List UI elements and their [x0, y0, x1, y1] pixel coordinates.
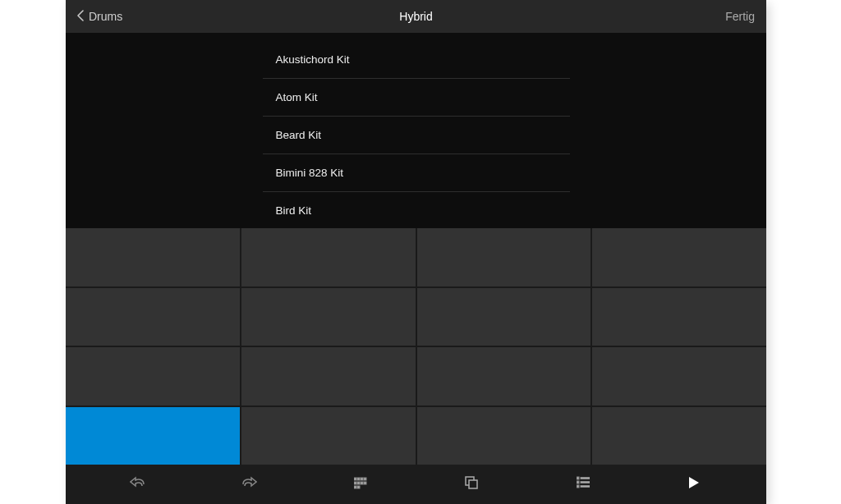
back-label: Drums — [89, 10, 122, 23]
pad-grid — [66, 228, 766, 465]
drum-pad[interactable] — [592, 347, 766, 405]
svg-rect-15 — [581, 482, 590, 483]
undo-icon — [130, 476, 146, 493]
kit-list-panel: Akustichord Kit Atom Kit Beard Kit Bimin… — [66, 33, 766, 228]
bottom-toolbar — [66, 465, 766, 504]
list-item[interactable]: Bimini 828 Kit — [263, 154, 570, 192]
drum-pad[interactable] — [66, 228, 240, 286]
svg-rect-16 — [577, 485, 579, 488]
drum-pad[interactable] — [66, 347, 240, 405]
list-item[interactable]: Akustichord Kit — [263, 41, 570, 79]
drum-pad[interactable] — [592, 228, 766, 286]
drum-pad[interactable] — [66, 288, 240, 346]
app-window: Drums Hybrid Fertig Akustichord Kit Atom… — [66, 0, 766, 504]
svg-rect-14 — [577, 481, 579, 483]
list-item[interactable]: Beard Kit — [263, 117, 570, 154]
svg-rect-0 — [354, 478, 356, 480]
svg-rect-4 — [354, 482, 356, 484]
svg-rect-7 — [364, 482, 366, 484]
drum-pad[interactable] — [417, 288, 591, 346]
list-item[interactable]: Bird Kit — [263, 192, 570, 228]
play-button[interactable] — [669, 468, 719, 501]
drum-pad[interactable] — [592, 288, 766, 346]
svg-rect-8 — [354, 486, 356, 488]
svg-rect-5 — [357, 482, 360, 484]
copy-button[interactable] — [447, 468, 496, 501]
drum-pad[interactable] — [241, 228, 416, 286]
svg-rect-12 — [577, 477, 579, 479]
grid-icon — [354, 476, 367, 493]
drum-pad[interactable] — [417, 407, 591, 465]
page-title: Hybrid — [399, 10, 432, 23]
copy-icon — [465, 476, 478, 493]
drum-pad[interactable] — [66, 407, 240, 465]
svg-rect-11 — [469, 480, 477, 488]
redo-button[interactable] — [224, 468, 273, 501]
header-bar: Drums Hybrid Fertig — [66, 0, 766, 33]
svg-rect-9 — [357, 486, 360, 488]
svg-rect-3 — [364, 478, 366, 480]
svg-rect-13 — [581, 478, 590, 479]
svg-rect-6 — [361, 482, 363, 484]
drum-pad[interactable] — [241, 347, 416, 405]
drum-pad[interactable] — [592, 407, 766, 465]
undo-button[interactable] — [113, 468, 163, 501]
list-item[interactable]: Atom Kit — [263, 79, 570, 117]
grid-button[interactable] — [336, 468, 385, 501]
kit-list: Akustichord Kit Atom Kit Beard Kit Bimin… — [263, 41, 570, 228]
svg-rect-2 — [361, 478, 363, 480]
drum-pad[interactable] — [417, 228, 591, 286]
list-button[interactable] — [558, 468, 608, 501]
drum-pad[interactable] — [241, 407, 416, 465]
play-icon — [688, 476, 700, 493]
drum-pad[interactable] — [241, 288, 416, 346]
back-button[interactable]: Drums — [77, 10, 122, 24]
drum-pad[interactable] — [417, 347, 591, 405]
svg-rect-17 — [581, 486, 590, 488]
svg-rect-1 — [357, 478, 360, 480]
list-icon — [577, 476, 590, 493]
redo-icon — [241, 476, 257, 493]
chevron-left-icon — [77, 10, 84, 24]
done-button[interactable]: Fertig — [725, 10, 755, 23]
